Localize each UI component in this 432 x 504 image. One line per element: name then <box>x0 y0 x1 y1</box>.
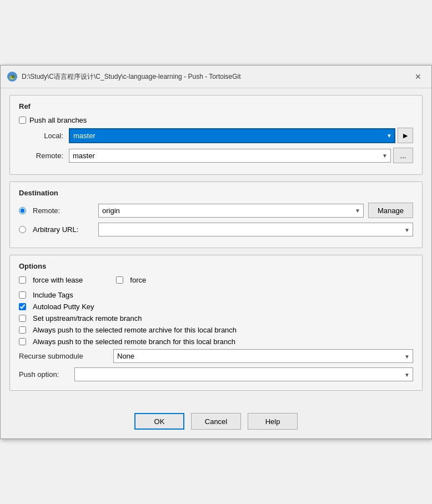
local-row: Local: master ▼ ▶ <box>19 128 413 143</box>
include-tags-row: Include Tags <box>19 291 413 299</box>
push-all-branches-checkbox[interactable] <box>19 117 26 124</box>
local-label: Local: <box>19 132 63 140</box>
options-section: Options force with lease force Include T… <box>9 255 423 391</box>
origin-select[interactable]: origin <box>98 204 364 218</box>
remote-row: Remote: master ▼ ... <box>19 148 413 163</box>
include-tags-label: Include Tags <box>33 291 73 299</box>
always-push-branch-row: Always push to the selected remote branc… <box>19 337 413 346</box>
recurse-submodule-label: Recurse submodule <box>19 352 113 360</box>
remote-radio-label: Remote: <box>33 206 94 215</box>
arbitrary-url-row: Arbitrary URL: ▼ <box>19 223 413 236</box>
remote-select-wrapper: master ▼ <box>69 149 391 163</box>
recurse-submodule-row: Recurse submodule None Check On-demand ▼ <box>19 349 413 363</box>
force-with-lease-row: force with lease <box>19 276 83 284</box>
remote-label: Remote: <box>19 152 63 160</box>
push-option-label: Push option: <box>19 370 74 379</box>
remote-select[interactable]: master <box>69 149 391 163</box>
autoload-putty-checkbox[interactable] <box>19 303 26 310</box>
autoload-putty-label: Autoload Putty Key <box>33 303 94 311</box>
set-upstream-row: Set upstream/track remote branch <box>19 314 413 322</box>
options-section-label: Options <box>19 262 413 270</box>
always-push-archive-checkbox[interactable] <box>19 326 26 334</box>
manage-button[interactable]: Manage <box>368 203 413 218</box>
local-arrow-button[interactable]: ▶ <box>398 128 413 143</box>
force-row: force <box>116 276 146 284</box>
arbitrary-url-label: Arbitrary URL: <box>33 225 94 234</box>
always-push-branch-checkbox[interactable] <box>19 338 26 345</box>
remote-radio[interactable] <box>19 207 26 214</box>
remote-radio-row: Remote: origin ▼ Manage <box>19 203 413 218</box>
app-icon: 🐢 <box>7 72 17 82</box>
destination-section-label: Destination <box>19 189 413 197</box>
titlebar-left: 🐢 D:\Study\C语言程序设计\C_Study\c-language-le… <box>7 72 241 82</box>
help-button[interactable]: Help <box>248 413 298 430</box>
push-option-row: Push option: ▼ <box>19 367 413 381</box>
push-all-branches-row: Push all branches <box>19 116 413 124</box>
content-area: Ref Push all branches Local: master ▼ ▶ … <box>1 88 431 406</box>
set-upstream-label: Set upstream/track remote branch <box>33 314 142 322</box>
always-push-archive-row: Always push to the selected remote archi… <box>19 326 413 334</box>
cancel-button[interactable]: Cancel <box>191 413 241 430</box>
destination-section: Destination Remote: origin ▼ Manage Arbi… <box>9 182 423 248</box>
window-title: D:\Study\C语言程序设计\C_Study\c-language-lear… <box>22 72 241 82</box>
dialog-buttons-row: OK Cancel Help <box>1 406 431 439</box>
include-tags-checkbox[interactable] <box>19 291 26 299</box>
titlebar: 🐢 D:\Study\C语言程序设计\C_Study\c-language-le… <box>1 65 431 88</box>
recurse-select-wrapper: None Check On-demand ▼ <box>113 349 413 363</box>
local-select-wrapper: master ▼ <box>69 128 395 143</box>
close-button[interactable]: ✕ <box>411 70 425 83</box>
force-with-lease-checkbox[interactable] <box>19 276 26 284</box>
origin-select-wrapper: origin ▼ <box>98 204 364 218</box>
recurse-submodule-select[interactable]: None Check On-demand <box>113 349 413 363</box>
ref-section: Ref Push all branches Local: master ▼ ▶ … <box>9 95 423 175</box>
remote-ellipsis-button[interactable]: ... <box>393 148 413 163</box>
ok-button[interactable]: OK <box>134 413 184 430</box>
always-push-archive-label: Always push to the selected remote archi… <box>33 326 237 334</box>
arbitrary-url-select-wrapper: ▼ <box>98 223 413 236</box>
autoload-putty-row: Autoload Putty Key <box>19 303 413 311</box>
set-upstream-checkbox[interactable] <box>19 315 26 322</box>
always-push-branch-label: Always push to the selected remote branc… <box>33 337 235 346</box>
arbitrary-url-select[interactable] <box>98 223 413 236</box>
push-option-select[interactable] <box>74 367 413 381</box>
local-select[interactable]: master <box>69 128 395 143</box>
force-label: force <box>130 276 146 284</box>
force-checkbox[interactable] <box>116 276 123 284</box>
ref-section-label: Ref <box>19 102 413 110</box>
push-option-select-wrapper: ▼ <box>74 367 413 381</box>
arbitrary-url-radio[interactable] <box>19 226 26 233</box>
push-all-branches-label: Push all branches <box>29 116 87 124</box>
force-with-lease-label: force with lease <box>33 276 83 284</box>
main-window: 🐢 D:\Study\C语言程序设计\C_Study\c-language-le… <box>0 65 432 439</box>
